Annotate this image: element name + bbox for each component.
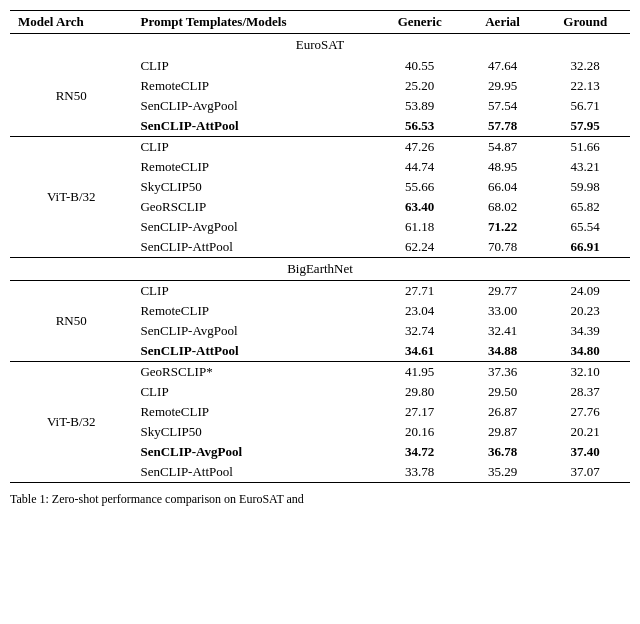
value-aerial: 68.02 — [465, 197, 541, 217]
value-aerial: 33.00 — [465, 301, 541, 321]
prompt-model: SenCLIP-AttPool — [132, 116, 374, 137]
value-generic: 41.95 — [375, 362, 465, 383]
value-aerial: 29.95 — [465, 76, 541, 96]
prompt-model: RemoteCLIP — [132, 402, 374, 422]
value-ground: 34.80 — [540, 341, 630, 362]
model-arch-ViT-B-32: ViT-B/32 — [10, 137, 132, 258]
value-ground: 57.95 — [540, 116, 630, 137]
table-row: RN50CLIP27.7129.7724.09 — [10, 281, 630, 302]
prompt-model: SenCLIP-AttPool — [132, 237, 374, 258]
value-generic: 34.61 — [375, 341, 465, 362]
value-ground: 51.66 — [540, 137, 630, 158]
prompt-model: SenCLIP-AttPool — [132, 462, 374, 483]
value-ground: 59.98 — [540, 177, 630, 197]
value-aerial: 47.64 — [465, 56, 541, 76]
value-generic: 47.26 — [375, 137, 465, 158]
value-generic: 61.18 — [375, 217, 465, 237]
table-container: Model Arch Prompt Templates/Models Gener… — [10, 10, 630, 508]
prompt-model: SenCLIP-AvgPool — [132, 321, 374, 341]
value-generic: 55.66 — [375, 177, 465, 197]
value-aerial: 66.04 — [465, 177, 541, 197]
prompt-model: SenCLIP-AvgPool — [132, 442, 374, 462]
prompt-model: RemoteCLIP — [132, 301, 374, 321]
value-generic: 25.20 — [375, 76, 465, 96]
value-generic: 53.89 — [375, 96, 465, 116]
prompt-model: SenCLIP-AttPool — [132, 341, 374, 362]
table-row: ViT-B/32GeoRSCLIP*41.9537.3632.10 — [10, 362, 630, 383]
table-row: ViT-B/32CLIP47.2654.8751.66 — [10, 137, 630, 158]
value-aerial: 29.87 — [465, 422, 541, 442]
value-ground: 34.39 — [540, 321, 630, 341]
value-ground: 32.28 — [540, 56, 630, 76]
col-header-prompt: Prompt Templates/Models — [132, 11, 374, 34]
value-ground: 20.21 — [540, 422, 630, 442]
value-generic: 32.74 — [375, 321, 465, 341]
value-generic: 63.40 — [375, 197, 465, 217]
value-generic: 34.72 — [375, 442, 465, 462]
value-aerial: 57.78 — [465, 116, 541, 137]
value-ground: 65.54 — [540, 217, 630, 237]
section-header-bigearthnet: BigEarthNet — [10, 258, 630, 281]
value-ground: 27.76 — [540, 402, 630, 422]
value-generic: 29.80 — [375, 382, 465, 402]
value-ground: 37.40 — [540, 442, 630, 462]
table-caption: Table 1: Zero-shot performance compariso… — [10, 491, 630, 508]
value-ground: 20.23 — [540, 301, 630, 321]
value-aerial: 35.29 — [465, 462, 541, 483]
prompt-model: CLIP — [132, 382, 374, 402]
value-aerial: 34.88 — [465, 341, 541, 362]
value-generic: 62.24 — [375, 237, 465, 258]
prompt-model: SkyCLIP50 — [132, 177, 374, 197]
value-aerial: 37.36 — [465, 362, 541, 383]
prompt-model: GeoRSCLIP — [132, 197, 374, 217]
col-header-ground: Ground — [540, 11, 630, 34]
value-ground: 56.71 — [540, 96, 630, 116]
value-ground: 24.09 — [540, 281, 630, 302]
value-generic: 23.04 — [375, 301, 465, 321]
model-arch-RN50: RN50 — [10, 281, 132, 362]
value-generic: 40.55 — [375, 56, 465, 76]
prompt-model: CLIP — [132, 137, 374, 158]
section-header-eurosat: EuroSAT — [10, 34, 630, 57]
value-aerial: 29.77 — [465, 281, 541, 302]
prompt-model: RemoteCLIP — [132, 76, 374, 96]
value-ground: 37.07 — [540, 462, 630, 483]
value-generic: 56.53 — [375, 116, 465, 137]
prompt-model: SkyCLIP50 — [132, 422, 374, 442]
col-header-generic: Generic — [375, 11, 465, 34]
prompt-model: SenCLIP-AvgPool — [132, 217, 374, 237]
value-aerial: 48.95 — [465, 157, 541, 177]
prompt-model: RemoteCLIP — [132, 157, 374, 177]
model-arch-RN50: RN50 — [10, 56, 132, 137]
value-ground: 22.13 — [540, 76, 630, 96]
results-table: Model Arch Prompt Templates/Models Gener… — [10, 10, 630, 483]
value-generic: 27.17 — [375, 402, 465, 422]
value-aerial: 57.54 — [465, 96, 541, 116]
value-ground: 66.91 — [540, 237, 630, 258]
model-arch-ViT-B-32: ViT-B/32 — [10, 362, 132, 483]
value-aerial: 36.78 — [465, 442, 541, 462]
value-aerial: 29.50 — [465, 382, 541, 402]
col-header-aerial: Aerial — [465, 11, 541, 34]
value-generic: 27.71 — [375, 281, 465, 302]
value-aerial: 26.87 — [465, 402, 541, 422]
prompt-model: GeoRSCLIP* — [132, 362, 374, 383]
table-row: RN50CLIP40.5547.6432.28 — [10, 56, 630, 76]
value-aerial: 71.22 — [465, 217, 541, 237]
value-ground: 32.10 — [540, 362, 630, 383]
value-ground: 28.37 — [540, 382, 630, 402]
prompt-model: CLIP — [132, 56, 374, 76]
value-aerial: 54.87 — [465, 137, 541, 158]
value-generic: 44.74 — [375, 157, 465, 177]
value-generic: 20.16 — [375, 422, 465, 442]
prompt-model: SenCLIP-AvgPool — [132, 96, 374, 116]
value-aerial: 32.41 — [465, 321, 541, 341]
value-ground: 43.21 — [540, 157, 630, 177]
value-ground: 65.82 — [540, 197, 630, 217]
col-header-model-arch: Model Arch — [10, 11, 132, 34]
value-generic: 33.78 — [375, 462, 465, 483]
value-aerial: 70.78 — [465, 237, 541, 258]
prompt-model: CLIP — [132, 281, 374, 302]
